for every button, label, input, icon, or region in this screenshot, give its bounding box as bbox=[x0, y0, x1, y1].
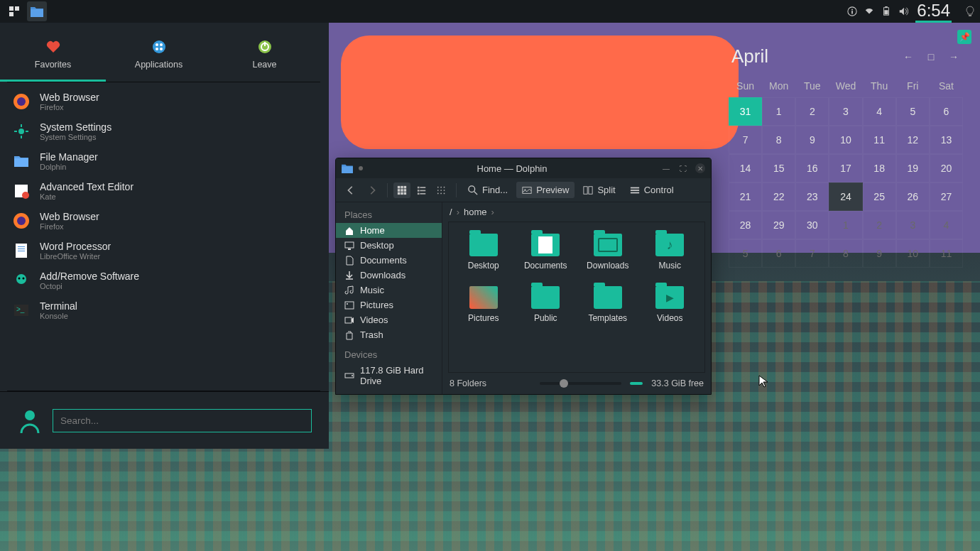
calendar-day[interactable]: 27 bbox=[930, 182, 963, 211]
user-avatar[interactable] bbox=[17, 408, 43, 433]
folder-desktop[interactable]: Desktop bbox=[453, 229, 514, 275]
calendar-day[interactable]: 11 bbox=[930, 239, 963, 268]
calendar-day[interactable]: 2 bbox=[795, 97, 829, 126]
calendar-day[interactable]: 15 bbox=[762, 154, 795, 182]
split-button[interactable]: Split bbox=[577, 182, 621, 198]
calendar-day[interactable]: 19 bbox=[896, 154, 930, 182]
calendar-day[interactable]: 31 bbox=[729, 97, 762, 126]
forward-button[interactable] bbox=[363, 182, 381, 198]
folder-music[interactable]: Music bbox=[640, 229, 701, 275]
calendar-day[interactable]: 9 bbox=[795, 126, 829, 154]
calendar-day[interactable]: 30 bbox=[795, 211, 829, 239]
find-button[interactable]: Find... bbox=[462, 182, 513, 198]
calendar-day[interactable]: 6 bbox=[762, 239, 795, 268]
calendar-day[interactable]: 11 bbox=[863, 126, 896, 154]
sidebar-desktop[interactable]: Desktop bbox=[336, 238, 442, 253]
calendar-day[interactable]: 5 bbox=[896, 97, 930, 126]
calendar-day[interactable]: 18 bbox=[863, 154, 896, 182]
calendar-day[interactable]: 24 bbox=[829, 182, 862, 211]
calendar-day[interactable]: 21 bbox=[729, 182, 762, 211]
start-menu-button[interactable] bbox=[4, 1, 24, 21]
clock[interactable]: 6:54 bbox=[915, 1, 952, 23]
calendar-day[interactable]: 2 bbox=[863, 211, 896, 239]
close-button[interactable]: ✕ bbox=[695, 163, 705, 173]
launcher-tab-applications[interactable]: Applications bbox=[106, 34, 212, 82]
calendar-prev[interactable]: ← bbox=[902, 51, 915, 62]
calendar-day[interactable]: 29 bbox=[762, 211, 795, 239]
folder-templates[interactable]: Templates bbox=[577, 282, 638, 327]
calendar-day[interactable]: 22 bbox=[762, 182, 795, 211]
calendar-day[interactable]: 13 bbox=[930, 126, 963, 154]
calendar-next[interactable]: → bbox=[947, 51, 960, 62]
breadcrumb-root[interactable]: / bbox=[450, 207, 452, 217]
app-kate[interactable]: Advanced Text EditorKate bbox=[0, 176, 329, 206]
calendar-day[interactable]: 12 bbox=[896, 126, 930, 154]
calendar-today[interactable]: □ bbox=[925, 51, 937, 62]
sidebar-trash[interactable]: Trash bbox=[336, 327, 442, 342]
calendar-day[interactable]: 23 bbox=[795, 182, 829, 211]
app-firefox[interactable]: Web BrowserFirefox bbox=[0, 206, 329, 236]
battery-icon[interactable] bbox=[881, 6, 891, 16]
sidebar-device[interactable]: 117.8 GiB Hard Drive bbox=[336, 363, 442, 388]
app-firefox[interactable]: Web BrowserFirefox bbox=[0, 87, 329, 116]
control-button[interactable]: Control bbox=[624, 182, 680, 198]
app-system-settings[interactable]: System SettingsSystem Settings bbox=[0, 116, 329, 146]
zoom-slider[interactable] bbox=[540, 382, 621, 385]
maximize-button[interactable]: ⛶ bbox=[678, 163, 688, 173]
folder-documents[interactable]: Documents bbox=[516, 229, 577, 275]
calendar-day[interactable]: 8 bbox=[762, 126, 795, 154]
calendar-day[interactable]: 5 bbox=[729, 239, 762, 268]
calendar-day[interactable]: 7 bbox=[729, 126, 762, 154]
folder-public[interactable]: Public bbox=[516, 282, 577, 327]
calendar-day[interactable]: 17 bbox=[829, 154, 862, 182]
launcher-tab-favorites[interactable]: Favorites bbox=[0, 34, 106, 82]
folder-videos[interactable]: Videos bbox=[640, 282, 701, 327]
search-input[interactable] bbox=[53, 409, 312, 432]
view-details-button[interactable] bbox=[433, 182, 450, 198]
calendar-day[interactable]: 4 bbox=[930, 211, 963, 239]
calendar-day[interactable]: 3 bbox=[829, 97, 862, 126]
sidebar-downloads[interactable]: Downloads bbox=[336, 268, 442, 283]
breadcrumb-home[interactable]: home bbox=[464, 207, 487, 217]
icon-grid[interactable]: DesktopDocumentsDownloadsMusicPicturesPu… bbox=[448, 222, 705, 373]
app-dolphin[interactable]: File ManagerDolphin bbox=[0, 146, 329, 176]
app-konsole[interactable]: >_TerminalKonsole bbox=[0, 295, 329, 325]
minimize-button[interactable]: — bbox=[661, 163, 671, 173]
calendar-day[interactable]: 3 bbox=[896, 211, 930, 239]
calendar-day[interactable]: 28 bbox=[729, 211, 762, 239]
app-libreoffice-writer[interactable]: Word ProcessorLibreOffice Writer bbox=[0, 236, 329, 266]
sidebar-videos[interactable]: Videos bbox=[336, 312, 442, 327]
back-button[interactable] bbox=[342, 182, 360, 198]
titlebar[interactable]: Home — Dolphin — ⛶ ✕ bbox=[336, 158, 711, 178]
folder-pictures[interactable]: Pictures bbox=[453, 282, 514, 327]
calendar-day[interactable]: 16 bbox=[795, 154, 829, 182]
calendar-day[interactable]: 1 bbox=[762, 97, 795, 126]
calendar-day[interactable]: 20 bbox=[930, 154, 963, 182]
preview-button[interactable]: Preview bbox=[516, 182, 575, 198]
calendar-day[interactable]: 10 bbox=[896, 239, 930, 268]
breadcrumb[interactable]: / › home › bbox=[442, 202, 711, 222]
view-compact-button[interactable] bbox=[413, 182, 430, 198]
calendar-day[interactable]: 6 bbox=[930, 97, 963, 126]
sidebar-music[interactable]: Music bbox=[336, 283, 442, 298]
sidebar-documents[interactable]: Documents bbox=[336, 253, 442, 268]
calendar-day[interactable]: 9 bbox=[863, 239, 896, 268]
calendar-day[interactable]: 8 bbox=[829, 239, 862, 268]
calendar-day[interactable]: 14 bbox=[729, 154, 762, 182]
info-icon[interactable] bbox=[847, 6, 857, 16]
calendar-day[interactable]: 25 bbox=[863, 182, 896, 211]
bulb-icon[interactable] bbox=[964, 6, 976, 17]
calendar-day[interactable]: 10 bbox=[829, 126, 862, 154]
wifi-icon[interactable] bbox=[864, 6, 874, 16]
pin-dot[interactable] bbox=[359, 166, 363, 170]
calendar-day[interactable]: 4 bbox=[863, 97, 896, 126]
folder-downloads[interactable]: Downloads bbox=[577, 229, 638, 275]
calendar-day[interactable]: 26 bbox=[896, 182, 930, 211]
app-octopi[interactable]: Add/Remove SoftwareOctopi bbox=[0, 266, 329, 295]
volume-icon[interactable] bbox=[898, 6, 908, 16]
sidebar-pictures[interactable]: Pictures bbox=[336, 298, 442, 312]
taskbar-dolphin[interactable] bbox=[27, 1, 47, 21]
sidebar-home[interactable]: Home bbox=[336, 223, 442, 238]
calendar-day[interactable]: 7 bbox=[795, 239, 829, 268]
calendar-day[interactable]: 1 bbox=[829, 211, 862, 239]
